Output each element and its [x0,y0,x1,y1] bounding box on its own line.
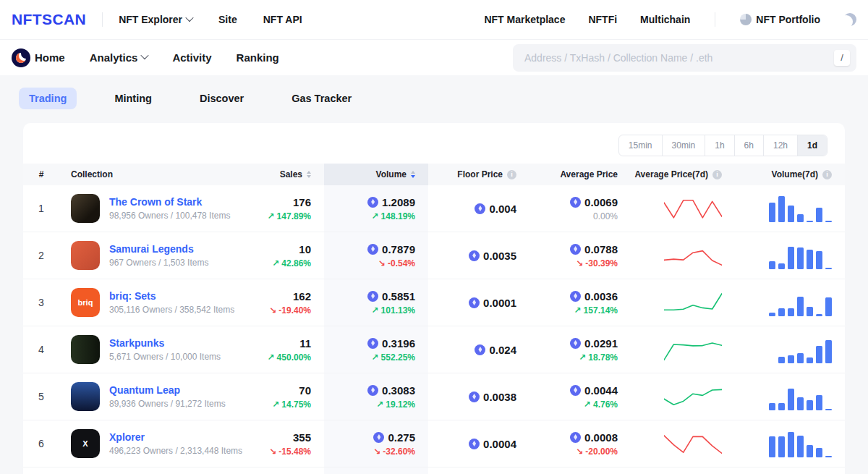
sort-icon [307,171,311,178]
chevron-down-icon [141,51,149,59]
sales-cell: 162 ↘ -19.40% [255,279,324,326]
eth-coin-icon [367,244,378,255]
collection-cell: X Xplorer 496,223 Owners / 2,313,448 Ite… [59,420,255,467]
volume-change: ↗ 101.13% [371,305,415,316]
tab-minting[interactable]: Minting [104,88,162,109]
average-price-cell: 0.0044 ↗ 4.76% [529,373,631,420]
sales-change: ↗ 42.86% [272,258,311,268]
table-row[interactable]: 2 Samurai Legends 967 Owners / 1,503 Ite… [23,232,845,279]
col-header-collection: Collection [59,164,255,185]
time-filter-1d[interactable]: 1d [797,135,827,156]
collection-name-link[interactable]: Starkpunks [109,337,221,349]
nav-multichain[interactable]: Multichain [640,14,690,25]
pie-chart-icon [740,14,752,25]
collection-name-link[interactable]: Quantum Leap [109,384,226,396]
collection-cell: The Crown of Stark 98,956 Owners / 100,4… [59,185,255,232]
average-price-cell: 0.0008 ↘ -20.00% [529,420,631,467]
time-filter-1h[interactable]: 1h [705,135,733,156]
eth-coin-icon [373,432,384,443]
volume-change: ↗ 148.19% [371,211,415,221]
tab-discover[interactable]: Discover [190,88,254,109]
collection-thumbnail[interactable] [71,194,100,223]
nav-nftfi[interactable]: NFTFi [588,14,617,25]
nav-nft-explorer[interactable]: NFT Explorer [119,14,192,25]
volume-cell: 0.7879 ↘ -0.54% [324,232,428,279]
eth-coin-icon [367,385,378,396]
col-header-volume[interactable]: Volume [324,164,428,185]
nav-home[interactable]: Home [12,48,65,67]
collection-thumbnail[interactable]: X [71,429,100,458]
table-row[interactable]: 6 X Xplorer 496,223 Owners / 2,313,448 I… [23,420,845,467]
time-filter-30min[interactable]: 30min [662,135,705,156]
sales-cell: 355 ↘ -15.48% [255,420,324,467]
table-row[interactable]: 4 Starkpunks 5,671 Owners / 10,000 Items… [23,326,845,373]
table-row[interactable]: 7 StarkBunny 6 0.262 0.0437 [23,467,845,474]
collection-owners-items: 305,116 Owners / 358,542 Items [109,305,234,315]
volume-cell: 1.2089 ↗ 148.19% [324,185,428,232]
sub-header: Home Analytics Activity Ranking / [0,39,868,75]
table-row[interactable]: 3 briq briq: Sets 305,116 Owners / 358,5… [23,279,845,326]
collection-cell: Quantum Leap 89,936 Owners / 91,272 Item… [59,373,255,420]
volume-change: ↘ -0.54% [378,258,415,268]
info-icon[interactable] [712,170,722,179]
collection-thumbnail[interactable] [71,382,100,411]
floor-price-cell: 0.0004 [428,420,529,467]
time-filter-6h[interactable]: 6h [734,135,763,156]
collection-owners-items: 89,936 Owners / 91,272 Items [109,399,226,409]
collection-thumbnail[interactable] [71,335,100,364]
time-filter-15min[interactable]: 15min [619,135,662,156]
collection-name-link[interactable]: Xplorer [109,431,242,443]
eth-coin-icon [469,297,480,308]
collection-name-link[interactable]: The Crown of Stark [109,196,230,208]
average-price-change: ↘ -20.00% [576,447,618,457]
volume-change: ↗ 19.12% [376,399,415,410]
nav-nft-marketplace[interactable]: NFT Marketplace [484,14,565,25]
average-price-change: ↘ -30.39% [576,258,618,268]
divider [102,12,103,27]
time-range-control: 15min 30min 1h 6h 12h 1d [618,135,827,156]
info-icon[interactable] [822,170,832,179]
floor-price-cell: 0.0001 [428,279,529,326]
sales-change: ↗ 450.00% [267,352,311,363]
volume-cell: 0.5851 ↗ 101.13% [324,279,428,326]
collection-owners-items: 5,671 Owners / 10,000 Items [109,352,221,362]
top-header: NFTSCAN NFT Explorer Site NFT API NFT Ma… [0,0,868,39]
collection-owners-items: 98,956 Owners / 100,478 Items [109,211,230,221]
floor-price-cell: 0.0035 [428,232,529,279]
collection-name-link[interactable]: briq: Sets [109,290,234,302]
table-row[interactable]: 5 Quantum Leap 89,936 Owners / 91,272 It… [23,373,845,420]
top-nav: NFT Explorer Site NFT API [119,14,302,25]
nav-ranking[interactable]: Ranking [237,51,279,64]
table-row[interactable]: 1 The Crown of Stark 98,956 Owners / 100… [23,185,845,232]
nav-nft-api[interactable]: NFT API [263,14,302,25]
search-bar[interactable]: / [513,44,856,72]
avg-price-7d-sparkline [631,373,735,420]
volume-7d-bars [735,232,845,279]
col-header-sales[interactable]: Sales [255,164,324,185]
volume-7d-bars [735,467,845,474]
average-price-change: ↗ 18.78% [579,352,618,363]
collection-name-link[interactable]: Samurai Legends [109,243,208,255]
table-body: 1 The Crown of Stark 98,956 Owners / 100… [23,185,845,474]
info-icon[interactable] [507,170,516,179]
eth-coin-icon [570,197,581,208]
nftscan-logo[interactable]: NFTSCAN [12,11,86,28]
tab-trading[interactable]: Trading [19,88,77,109]
nav-site[interactable]: Site [218,14,237,25]
collection-thumbnail[interactable]: briq [71,288,100,317]
collection-thumbnail[interactable] [71,241,100,270]
tab-gas-tracker[interactable]: Gas Tracker [281,88,362,109]
eth-coin-icon [475,344,485,355]
search-input[interactable] [523,51,834,64]
volume-cell: 0.262 [324,467,428,474]
nav-analytics[interactable]: Analytics [90,51,148,64]
average-price-change: ↗ 4.76% [584,399,618,410]
sales-cell: 11 ↗ 450.00% [255,326,324,373]
average-price-cell: 0.0291 ↗ 18.78% [529,326,631,373]
nav-nft-portfolio[interactable]: NFT Portfolio [740,14,820,25]
nav-activity[interactable]: Activity [172,51,211,64]
eth-coin-icon [570,244,581,255]
dark-mode-toggle-moon-icon[interactable] [843,13,856,26]
time-filter-12h[interactable]: 12h [763,135,797,156]
col-header-average-price-7d: Average Price(7d) [631,164,735,185]
